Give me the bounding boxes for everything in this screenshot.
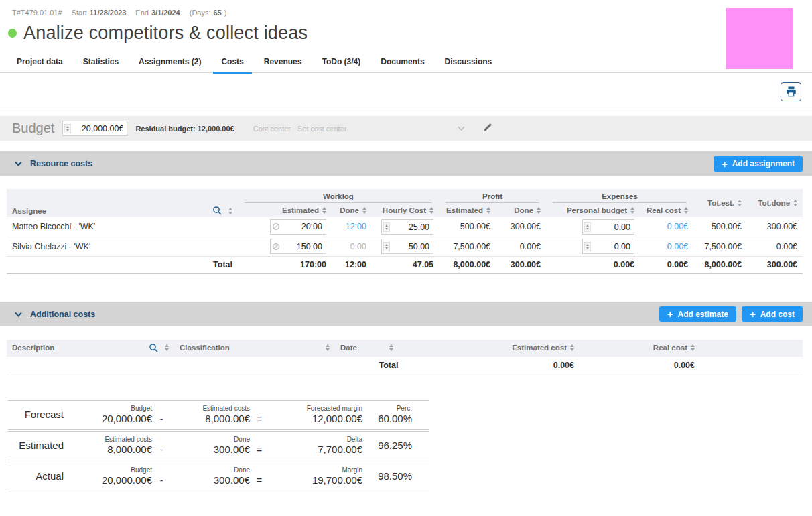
total-worklog-done: 12:00 bbox=[332, 256, 372, 273]
resource-costs-total-row: Total 170:00 12:00 47.05 8,000.00€ 300.0… bbox=[7, 256, 803, 273]
description-header: Description bbox=[7, 340, 174, 357]
assignee-name: Matteo Bicocchi - 'WK' bbox=[7, 217, 238, 237]
sort-profit-done-icon[interactable] bbox=[537, 207, 541, 214]
minus-sign: - bbox=[152, 475, 171, 487]
real-cost-header: Real cost bbox=[640, 203, 693, 217]
sort-personal-budget-icon[interactable] bbox=[630, 207, 634, 214]
sort-estimated-cost-icon[interactable] bbox=[570, 344, 574, 351]
add-cost-button[interactable]: + Add cost bbox=[742, 306, 803, 322]
budget-input-box bbox=[62, 121, 127, 136]
total-profit-done: 300.00€ bbox=[496, 256, 546, 273]
real-cost-link[interactable]: 0.00€ bbox=[667, 242, 688, 251]
mini-label: Delta bbox=[269, 435, 362, 444]
empty-cell bbox=[700, 357, 803, 375]
cost-center-select[interactable]: Set cost center bbox=[297, 125, 465, 133]
search-icon[interactable] bbox=[149, 343, 159, 353]
worklog-group-header: Worklog bbox=[238, 189, 439, 203]
resource-costs-section-bar: Resource costs + Add assignment bbox=[0, 151, 812, 176]
filler-header bbox=[700, 340, 803, 357]
spinner-icon[interactable] bbox=[383, 242, 390, 251]
print-button[interactable] bbox=[781, 82, 801, 101]
tab-assignments[interactable]: Assignments (2) bbox=[129, 53, 211, 72]
tab-discussions[interactable]: Discussions bbox=[435, 53, 502, 72]
total-label: Total bbox=[7, 256, 238, 273]
value: 7,700.00€ bbox=[269, 444, 362, 456]
worklog-done-link[interactable]: 12:00 bbox=[346, 222, 366, 231]
prohibited-icon bbox=[272, 243, 280, 251]
profit-done-header: Done bbox=[496, 203, 546, 217]
estimated-row: Estimated Estimated costs8,000.00€ - Don… bbox=[8, 431, 429, 460]
value: 19,700.00€ bbox=[269, 474, 362, 487]
toolbar bbox=[0, 73, 812, 111]
minus-sign: - bbox=[152, 413, 171, 425]
worklog-estimated-input[interactable] bbox=[282, 242, 322, 251]
personal-budget-input[interactable] bbox=[593, 222, 630, 232]
value: 20,000.00€ bbox=[72, 474, 152, 487]
add-assignment-label: Add assignment bbox=[732, 159, 795, 168]
tab-costs[interactable]: Costs bbox=[211, 53, 253, 72]
total-profit-estimated: 8,000.00€ bbox=[439, 256, 496, 273]
tab-revenues[interactable]: Revenues bbox=[254, 53, 312, 72]
real-cost-link[interactable]: 0.00€ bbox=[667, 222, 688, 231]
edit-budget-icon[interactable] bbox=[482, 122, 493, 135]
personal-budget-input-box bbox=[582, 239, 634, 254]
collapse-additional-costs-icon[interactable] bbox=[15, 312, 22, 317]
sort-date-icon[interactable] bbox=[389, 344, 393, 351]
budget-amount-input[interactable] bbox=[73, 124, 123, 133]
mini-label: Estimated costs bbox=[171, 404, 250, 413]
budget-label: Budget bbox=[12, 121, 54, 136]
profit-estimated-value: 500.00€ bbox=[439, 217, 496, 237]
add-cost-label: Add cost bbox=[760, 310, 795, 319]
sort-description-icon[interactable] bbox=[165, 344, 169, 351]
hourly-cost-input-box bbox=[381, 239, 433, 254]
table-row: Silvia Chelazzi - 'WK' 0:00 bbox=[7, 237, 803, 256]
sort-hourly-cost-icon[interactable] bbox=[429, 207, 433, 214]
sort-tot-est-icon[interactable] bbox=[738, 200, 742, 206]
value: 300.00€ bbox=[171, 444, 250, 456]
sort-worklog-estimated-icon[interactable] bbox=[322, 207, 326, 214]
spinner-icon[interactable] bbox=[64, 124, 71, 133]
start-label: Start bbox=[72, 9, 87, 17]
add-assignment-button[interactable]: + Add assignment bbox=[714, 156, 803, 172]
worklog-estimated-input-box bbox=[270, 219, 326, 235]
total-personal-budget: 0.00€ bbox=[546, 256, 640, 273]
sort-real-cost-icon[interactable] bbox=[684, 207, 688, 214]
mini-label: Done bbox=[171, 435, 250, 444]
personal-budget-input[interactable] bbox=[593, 242, 630, 251]
add-estimate-button[interactable]: + Add estimate bbox=[659, 306, 736, 322]
search-icon[interactable] bbox=[212, 206, 222, 216]
sort-profit-estimated-icon[interactable] bbox=[486, 207, 490, 214]
estimated-cost-header: Estimated cost bbox=[442, 340, 580, 357]
hourly-cost-input[interactable] bbox=[392, 242, 429, 251]
additional-costs-title[interactable]: Additional costs bbox=[30, 310, 95, 319]
tab-documents[interactable]: Documents bbox=[370, 53, 434, 72]
status-dot-icon bbox=[8, 29, 17, 38]
tab-project-data[interactable]: Project data bbox=[7, 53, 73, 72]
sort-classification-icon[interactable] bbox=[326, 344, 330, 351]
profit-estimated-header: Estimated bbox=[439, 203, 496, 217]
plus-icon: + bbox=[722, 159, 728, 169]
sort-tot-done-icon[interactable] bbox=[793, 200, 797, 206]
percentage: 98.50% bbox=[362, 470, 412, 482]
cost-center-placeholder: Set cost center bbox=[297, 125, 346, 133]
sort-assignee-icon[interactable] bbox=[228, 208, 232, 214]
tot-est-value: 7,500.00€ bbox=[693, 237, 747, 256]
total-estimated-cost: 0.00€ bbox=[442, 357, 580, 375]
tab-statistics[interactable]: Statistics bbox=[73, 53, 129, 72]
worklog-estimated-input[interactable] bbox=[282, 222, 322, 231]
tab-todo[interactable]: ToDo (3/4) bbox=[312, 53, 370, 72]
task-meta: T#T479.01.01# Start11/28/2023 End3/1/202… bbox=[0, 0, 812, 17]
sort-worklog-done-icon[interactable] bbox=[362, 207, 366, 214]
collapse-resource-costs-icon[interactable] bbox=[15, 161, 22, 166]
hourly-cost-input[interactable] bbox=[392, 222, 429, 232]
spinner-icon[interactable] bbox=[383, 222, 390, 232]
tot-est-header: Tot.est. bbox=[693, 189, 747, 217]
sort-real-cost-icon[interactable] bbox=[691, 344, 695, 351]
spinner-icon[interactable] bbox=[584, 242, 591, 251]
plus-icon: + bbox=[667, 309, 673, 319]
total-real-cost: 0.00€ bbox=[580, 357, 700, 375]
spinner-icon[interactable] bbox=[584, 222, 591, 232]
total-hourly-cost: 47.05 bbox=[372, 256, 439, 273]
resource-costs-title[interactable]: Resource costs bbox=[30, 159, 92, 168]
sticky-note[interactable] bbox=[726, 8, 793, 69]
